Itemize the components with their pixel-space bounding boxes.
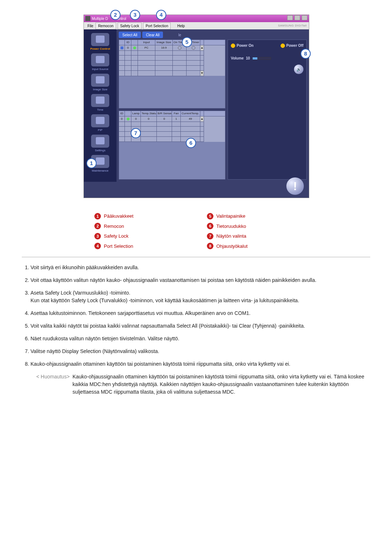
- sidebar-input-source[interactable]: [91, 53, 109, 66]
- camera-icon: [96, 36, 105, 43]
- list-item: Näet ruudukosta valitun näytön tietojen …: [30, 335, 370, 342]
- radio-on-icon: [231, 44, 235, 48]
- table-row[interactable]: [119, 56, 225, 61]
- volume-row: Volume 10: [231, 56, 303, 61]
- sidebar-label-input: Input Source: [92, 67, 108, 71]
- app-icon: [85, 16, 90, 21]
- window-controls[interactable]: [287, 15, 307, 22]
- power-off-radio[interactable]: Power Off: [281, 43, 303, 48]
- volume-value: 10: [246, 56, 250, 61]
- sidebar-label-pip: PIP: [98, 128, 103, 132]
- clear-all-button[interactable]: Clear All: [142, 32, 163, 38]
- maximize-button[interactable]: [294, 15, 300, 20]
- menu-safety-lock[interactable]: Safety Lock: [118, 22, 142, 29]
- device-icon: [96, 56, 105, 63]
- table-row[interactable]: 0 PC 16:9 ▲: [119, 45, 225, 50]
- note-label: < Huomautus>: [36, 373, 70, 396]
- power-on-radio[interactable]: Power On: [231, 43, 254, 48]
- legend-8: Ohjaustyökalut: [216, 243, 248, 250]
- list-item: Voit siirtyä eri ikkunoihin pääkuvakkeid…: [30, 264, 370, 271]
- control-panel: Power On Power Off Volume 10: [228, 40, 307, 180]
- sidebar-image-size[interactable]: [91, 74, 109, 87]
- status-area: !: [84, 182, 309, 198]
- list-item: Asettaa lukitustoiminnon. Tietokoneen sa…: [30, 309, 370, 317]
- legend-7: Näytön valinta: [216, 233, 246, 240]
- sidebar-label-settings: Settings: [95, 148, 106, 153]
- table-row[interactable]: ▼: [119, 71, 225, 76]
- table-row[interactable]: [119, 66, 225, 71]
- callout-8: 8: [301, 49, 311, 59]
- callout-3: 3: [130, 10, 140, 20]
- power-off-label: Power Off: [286, 43, 303, 48]
- legend-4: Port Selection: [104, 243, 133, 250]
- divider: [22, 257, 370, 257]
- status-dot-icon: [133, 46, 136, 49]
- table-row[interactable]: [119, 61, 225, 66]
- title-left: Multiple D: [92, 16, 108, 21]
- menu-port-selection[interactable]: Port Selection: [143, 22, 171, 29]
- doc-list: Voit siirtyä eri ikkunoihin pääkuvakkeid…: [22, 264, 370, 396]
- minimize-button[interactable]: [287, 15, 293, 20]
- legend: 1Pääkuvakkeet 5Valintapainike 2Remocon 6…: [73, 213, 319, 250]
- sidebar-label-maint: Maintenance: [92, 169, 109, 173]
- legend-6: Tietoruudukko: [216, 223, 246, 230]
- sidebar-label-image: Image Size: [93, 87, 107, 92]
- toolbar-suffix: le: [178, 32, 181, 38]
- callout-6: 6: [186, 138, 196, 148]
- info-icon: !: [286, 177, 304, 195]
- speaker-icon[interactable]: 🔊: [294, 65, 303, 74]
- status-dot-icon: [127, 118, 130, 120]
- radio-icon: [192, 46, 195, 50]
- toolbar: Select All Clear All le: [119, 32, 307, 38]
- list-item: Voit ottaa käyttöön valitun näytön kauko…: [30, 276, 370, 284]
- sidebar-time[interactable]: [91, 94, 109, 107]
- lower-grid[interactable]: ID Lamp Temp.Status B/R Senser Fan Curre…: [119, 111, 225, 180]
- note-text: Kauko-ohjaussignaalin ottaminen käyttöön…: [73, 373, 370, 396]
- list-item: Aseta Safety Lock (Varmuuslukko) -toimin…: [30, 289, 370, 304]
- gear-icon: [96, 137, 105, 144]
- legend-1: Pääkuvakkeet: [104, 213, 134, 220]
- table-row[interactable]: [119, 50, 225, 56]
- list-item: Valitse näyttö Display Selection (Näytön…: [30, 348, 370, 355]
- clock-icon: [96, 97, 105, 104]
- lower-grid-header: ID Lamp Temp.Status B/R Senser Fan Curre…: [119, 111, 225, 116]
- pip-icon: [96, 117, 105, 124]
- volume-label: Volume: [231, 56, 244, 61]
- brand-label: SAMSUNG DIGITall: [278, 24, 307, 28]
- size-icon: [96, 76, 105, 83]
- upper-grid[interactable]: ID Input Image Size On Timer Off Timer: [119, 40, 225, 108]
- select-all-button[interactable]: Select All: [119, 32, 141, 38]
- table-row[interactable]: 0 0 0 0 1 49 ▲: [119, 116, 225, 122]
- upper-grid-header: ID Input Image Size On Timer Off Timer: [119, 40, 225, 45]
- callout-2: 2: [110, 10, 121, 20]
- table-row[interactable]: [119, 122, 225, 127]
- power-on-label: Power On: [237, 43, 254, 48]
- menu-help[interactable]: Help: [175, 22, 187, 29]
- close-button[interactable]: [302, 15, 307, 20]
- sidebar-settings[interactable]: [91, 135, 109, 148]
- list-item: Voit valita kaikki näytöt tai poistaa ka…: [30, 322, 370, 330]
- main-area: Select All Clear All le ID Input: [117, 29, 309, 182]
- menu-bar: File Remocon Safety Lock Port Selection …: [84, 22, 309, 29]
- wrench-icon: [96, 157, 105, 165]
- app-body: Power Control Input Source Image Size Ti…: [84, 29, 309, 182]
- sidebar-label-power: Power Control: [90, 47, 110, 51]
- note: < Huomautus> Kauko-ohjaussignaalin ottam…: [36, 373, 370, 396]
- sidebar-power-control[interactable]: [91, 33, 109, 46]
- list-item: Kauko-ohjaussignaalin ottaminen käyttöön…: [30, 360, 370, 368]
- radio-icon: [178, 46, 181, 50]
- sidebar-pip[interactable]: [91, 114, 109, 127]
- callout-1: 1: [86, 158, 97, 168]
- callout-4: 4: [156, 10, 166, 20]
- legend-3: Safety Lock: [104, 233, 128, 240]
- menu-remocon[interactable]: Remocon: [95, 22, 116, 29]
- volume-slider[interactable]: [252, 57, 271, 60]
- legend-5: Valintapainike: [216, 213, 245, 220]
- menu-file[interactable]: File: [85, 22, 95, 29]
- callout-7: 7: [131, 128, 141, 138]
- app-window: Multiple D Control File Remocon Safety L…: [83, 15, 309, 198]
- radio-off-icon: [281, 44, 285, 48]
- legend-2: Remocon: [104, 223, 124, 230]
- callout-5: 5: [182, 37, 192, 47]
- sidebar-label-time: Time: [97, 108, 103, 112]
